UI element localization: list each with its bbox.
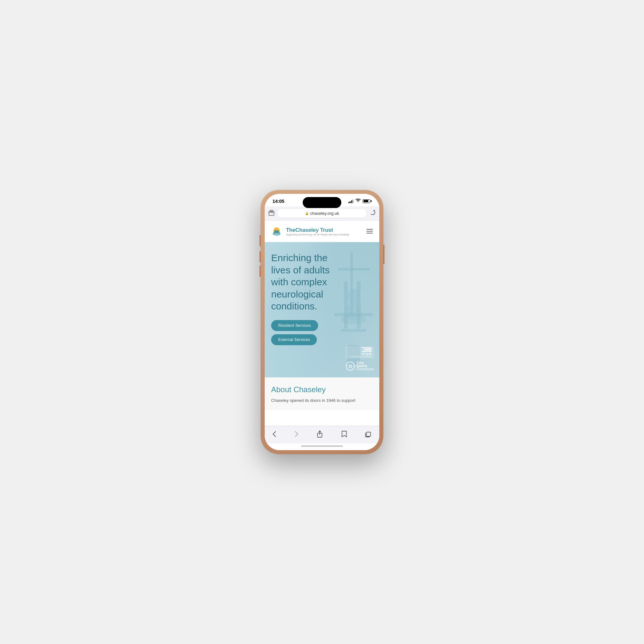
efqm-badge: EFQM Committed to excellence (346, 346, 374, 359)
wifi-icon (355, 199, 361, 204)
logo-text-area: TheChaseley Trust Supporting and Enrichi… (286, 227, 349, 236)
efqm-text: EFQM (348, 352, 372, 355)
back-button[interactable] (271, 430, 278, 439)
home-bar (301, 445, 343, 447)
about-section: About Chaseley Chaseley opened its doors… (265, 377, 379, 410)
home-indicator (265, 443, 379, 450)
status-icons (348, 199, 372, 204)
browser-toolbar (265, 426, 379, 443)
about-text: Chaseley opened its doors in 1946 to sup… (271, 397, 373, 404)
logo-title: TheChaseley Trust (286, 227, 349, 233)
signal-icon (348, 199, 354, 203)
logo-subtitle: Supporting and Enriching Life for People… (286, 233, 349, 236)
logo-icon (270, 224, 283, 238)
logo-area: TheChaseley Trust Supporting and Enrichi… (270, 224, 349, 238)
svg-point-4 (273, 232, 280, 236)
browser-tab-icon[interactable] (269, 210, 274, 217)
dynamic-island (303, 197, 341, 208)
efqm-sub-text: Committed to excellence (348, 355, 372, 357)
hero-title: Enriching the lives of adults with compl… (271, 252, 336, 312)
hero-buttons: Resident Services External Services (271, 320, 373, 345)
svg-rect-18 (366, 432, 371, 436)
status-time: 14:05 (272, 198, 284, 204)
url-bar[interactable]: 🔒 chaseley.org.uk (278, 209, 366, 218)
hamburger-menu-button[interactable] (365, 228, 374, 235)
url-text: chaseley.org.uk (310, 211, 339, 216)
about-title: About Chaseley (271, 385, 373, 394)
battery-icon (363, 199, 372, 203)
page-content: TheChaseley Trust Supporting and Enrichi… (265, 221, 379, 426)
svg-rect-2 (270, 210, 273, 212)
hero-section: Enriching the lives of adults with compl… (265, 242, 379, 377)
cqc-text-area: Care Quality Commission (356, 361, 374, 371)
bookmark-button[interactable] (340, 429, 348, 439)
hero-badges: EFQM Committed to excellence Care Qualit… (346, 346, 374, 371)
cqc-commission-text: Commission (356, 368, 374, 371)
share-button[interactable] (315, 429, 324, 439)
external-services-button[interactable]: External Services (271, 334, 317, 345)
status-bar: 14:05 (265, 194, 379, 206)
cqc-circle-icon (346, 362, 355, 371)
lock-icon: 🔒 (305, 212, 309, 215)
hero-content: Enriching the lives of adults with compl… (265, 242, 379, 352)
phone-frame: 14:05 (261, 190, 383, 454)
efqm-lines-icon (348, 347, 372, 352)
refresh-icon[interactable] (370, 210, 375, 217)
resident-services-button[interactable]: Resident Services (271, 320, 318, 331)
phone-screen: 14:05 (265, 194, 379, 450)
tabs-button[interactable] (364, 430, 373, 439)
forward-button[interactable] (293, 430, 300, 439)
site-nav: TheChaseley Trust Supporting and Enrichi… (265, 221, 379, 242)
svg-rect-0 (269, 211, 274, 215)
cqc-badge: Care Quality Commission (346, 361, 374, 371)
browser-bar: 🔒 chaseley.org.uk (265, 206, 379, 221)
